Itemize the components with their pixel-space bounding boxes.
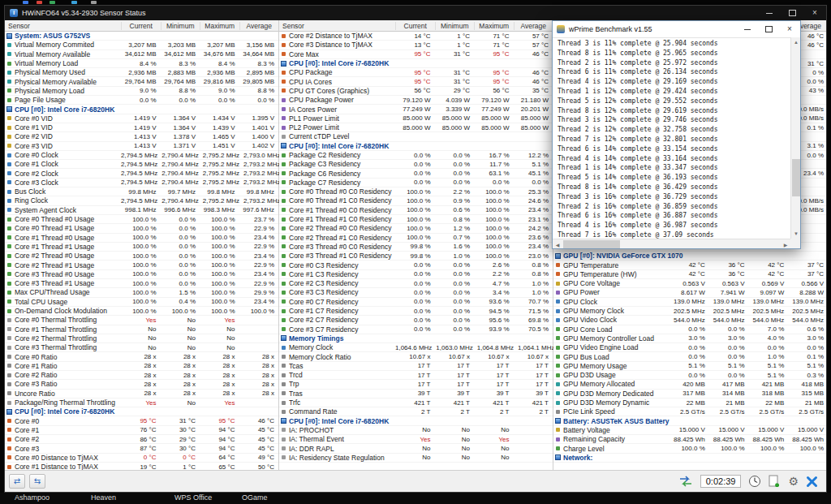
sensor-section-header[interactable]: CPU [#0]: Intel Core i7-6820HK [279,59,553,68]
sensor-row[interactable]: Core #0 Thread #1 Usage100.0 %0.0 %100.0… [5,224,278,233]
sensor-row[interactable]: Core #3 Clock2,794.5 MHz2,790.4 MHz2,795… [5,179,278,187]
taskbar-item[interactable]: WPS Office [174,493,212,502]
sensor-row[interactable]: Core #2 Thread #0 Usage100.0 %0.0 %100.0… [5,252,278,261]
sensor-row[interactable]: GPU Clock139.0 MHz139.0 MHz139.0 MHz139.… [553,298,826,307]
sensor-row[interactable]: Core #176 °C30 °C94 °C45 °C [5,426,278,435]
scroll-right-button[interactable]: ⇆ [29,474,45,489]
sensor-row[interactable]: Core #3 VID1.413 V1.371 V1.451 V1.402 V [5,142,278,151]
add-log-button[interactable] [769,475,781,488]
sensor-row[interactable]: Trcd17 T17 T17 T17 T [279,371,553,380]
sensor-row[interactable]: Core #0 C3 Residency0.0 %0.0 %2.6 %0.8 % [279,261,553,269]
sensor-row[interactable]: On-Demand Clock Modulation100.0 %100.0 %… [5,307,278,316]
sensor-row[interactable]: Remaining Capacity88.425 Wh88.425 Wh88.4… [553,435,826,444]
taskbar-item[interactable]: Ashampoo [15,493,50,502]
sensor-row[interactable]: Core #1 C3 Residency0.0 %0.0 %2.2 %0.8 % [279,270,553,279]
sensor-row[interactable]: System Agent Clock998.1 MHz996.6 MHz998.… [5,206,278,215]
sensor-section-header[interactable]: CPU [#0]: Intel Core i7-6820HK [5,407,278,416]
sensor-row[interactable]: Virtual Memory Available34,612 MB34,612 … [5,50,278,59]
sensor-row[interactable]: Trp17 T17 T17 T17 T [279,380,553,389]
sensor-row[interactable]: Memory Clock Ratio10.67 x10.67 x10.67 x1… [279,352,553,361]
sensor-row[interactable]: IA: Thermal EventYesNoYes [279,435,553,444]
sensor-row[interactable]: IA Cores Power77.249 W3.339 W77.249 W20.… [279,105,553,114]
sensor-row[interactable]: Package C2 Residency0.0 %0.0 %16.7 %12.2… [279,151,553,160]
sensor-row[interactable]: Max CPU/Thread Usage100.0 %1.5 %100.0 %2… [5,288,278,297]
close-button[interactable]: × [803,6,826,20]
sensor-row[interactable]: Uncore Ratio28 x28 x28 x28 x [5,390,278,398]
sensor-row[interactable]: Core #1 Thread #1 Usage100.0 %0.0 %100.0… [5,243,278,252]
sensor-row[interactable]: Core #387 °C30 °C94 °C45 °C [5,444,278,453]
sensor-row[interactable]: Core #0 Thread #1 C0 Residency100.0 %0.9… [279,196,553,205]
sensor-row[interactable]: GPU Video Engine Load0.0 %0.0 %0.0 %0.0 … [553,343,826,352]
sensor-row[interactable]: Core #0 Ratio28 x28 x28 x28 x [5,352,278,361]
vertical-scroll-thumb[interactable] [792,159,800,196]
sensor-row[interactable]: GPU Bus Load0.0 %0.0 %1.0 %0.1 % [553,352,826,361]
sensor-row[interactable]: GPU Memory Clock202.5 MHz202.5 MHz202.5 … [553,307,826,316]
wprime-vertical-scrollbar[interactable]: ▲ ▼ [790,37,800,239]
sensor-row[interactable]: Command Rate2 T2 T2 T2 T [279,407,553,416]
scroll-up-arrow[interactable]: ▲ [791,37,801,47]
sensor-row[interactable]: Core #3 Distance to TjMAX13 °C1 °C71 °C5… [279,41,553,50]
sensor-row[interactable]: Core #1 Thermal ThrottlingNoNoNo [5,325,278,334]
sensor-row[interactable]: CPU GT Cores (Graphics)56 °C29 °C56 °C35… [279,87,553,96]
sensor-row[interactable]: Package C6 Residency0.0 %0.0 %63.1 %45.1… [279,169,553,178]
sensor-row[interactable]: PCIe Link Speed2.5 GT/s2.5 GT/s2.5 GT/s2… [553,407,826,416]
sensor-row[interactable]: Core #2 C7 Residency0.0 %0.0 %95.6 %69.8… [279,316,553,325]
sensor-row[interactable]: GPU Memory Controller Load3.0 %3.0 %4.0 … [553,334,826,343]
sensor-row[interactable]: Core #1 C7 Residency0.0 %0.0 %94.5 %71.5… [279,307,553,316]
sensor-row[interactable]: Core #3 Ratio28 x28 x28 x28 x [5,380,278,389]
maximize-button[interactable] [781,6,803,20]
sensor-section-header[interactable]: CPU [#0]: Intel Core i7-6820HK [279,142,553,151]
wprime-horizontal-scrollbar[interactable]: ◀ ▶ [553,239,790,248]
sensor-row[interactable]: PL2 Power Limit85.000 W85.000 W85.000 W8… [279,123,553,132]
taskbar-item[interactable]: Heaven [91,493,116,502]
horizontal-scroll-thumb[interactable] [563,240,620,248]
sensor-section-header[interactable]: CPU [#0]: Intel Core i7-6820HK [279,416,553,425]
sensor-row[interactable]: Core #3 Thread #0 Usage100.0 %0.0 %100.0… [5,270,278,279]
sensor-row[interactable]: IA: DDR RAPLNoNoNo [279,444,553,453]
sensor-row[interactable]: Package/Ring Thermal ThrottlingYesNoYes [5,398,278,407]
sensor-row[interactable]: Core #0 VID1.419 V1.364 V1.434 V1.395 V [5,114,278,123]
sensor-row[interactable]: GPU Video Clock544.0 MHz544.0 MHz544.0 M… [553,316,826,325]
sensor-row[interactable]: IA: Residency State RegulationNoNoNo [279,454,553,463]
sensor-row[interactable]: GPU Temperature42 °C36 °C42 °C37 °C [553,261,826,269]
scroll-left-button[interactable]: ⇄ [9,474,25,489]
sensor-row[interactable]: IA: PROCHOTNoNoNo [279,426,553,435]
sensor-row[interactable]: Core #2 Thread #1 C0 Residency100.0 %0.7… [279,234,553,243]
sensor-row[interactable]: CPU Package Power79.120 W4.039 W79.120 W… [279,96,553,105]
minimize-button[interactable] [758,6,781,20]
sensor-row[interactable]: PL1 Power Limit85.000 W85.000 W85.000 W8… [279,114,553,123]
sensor-section-header[interactable]: CPU [#0]: Intel Core i7-6820HK [5,105,278,114]
sensor-row[interactable]: Core #1 Ratio28 x28 x28 x28 x [5,362,278,371]
wprime-minimize-button[interactable] [737,21,758,37]
sensor-row[interactable]: Core #2 VID1.413 V1.378 V1.465 V1.400 V [5,132,278,141]
sensor-row[interactable]: Physical Memory Used2,936 MB2,883 MB2,93… [5,68,278,77]
sensor-row[interactable]: Core #0 C7 Residency0.0 %0.0 %93.6 %70.7… [279,298,553,307]
sensor-row[interactable]: Ring Clock2,794.5 MHz2,790.4 MHz2,795.2 … [5,196,278,205]
sensor-row[interactable]: GPU D3D Usage0.0 %0.0 %5.1 %0.3 % [553,371,826,380]
sensor-row[interactable]: Core #1 Thread #1 C0 Residency100.0 %0.8… [279,215,553,224]
sensor-row[interactable]: GPU Memory Allocated420 MB417 MB421 MB41… [553,380,826,389]
scroll-left-arrow[interactable]: ◀ [553,239,562,249]
sensor-row[interactable]: Current cTDP Level [279,132,553,141]
sensor-row[interactable]: GPU Power8.617 W7.941 W9.097 W8.288 W [553,288,826,297]
sensor-row[interactable]: Core #2 Thread #1 Usage100.0 %0.0 %100.0… [5,261,278,269]
sensor-section-header[interactable]: System: ASUS G752VS [5,32,278,41]
sensor-row[interactable]: Trfc421 T421 T421 T421 T [279,398,553,407]
sensor-row[interactable]: Core #3 Thread #1 Usage100.0 %0.0 %100.0… [5,279,278,288]
wprime-maximize-button[interactable] [758,21,779,37]
sensor-section-header[interactable]: Battery: ASUSTeK ASUS Battery [553,416,826,425]
wprime-close-button[interactable]: × [779,21,800,37]
sensor-row[interactable]: Core #1 Thread #0 C0 Residency100.0 %0.6… [279,206,553,215]
clock-button[interactable] [748,475,761,488]
sensor-row[interactable]: Memory Clock1,064.6 MHz1,063.0 MHz1,064.… [279,343,553,352]
taskbar-item[interactable]: OGame [242,493,268,502]
sensor-section-header[interactable]: Memory Timings [279,334,553,343]
sensor-row[interactable]: Core #0 Thermal ThrottlingYesNoYes [5,316,278,325]
sensor-row[interactable]: Physical Memory Available29,764 MB29,764… [5,77,278,86]
sensor-row[interactable]: Core #2 Thread #0 C0 Residency100.0 %1.2… [279,224,553,233]
sensor-row[interactable]: CPU IA Cores95 °C31 °C95 °C46 °C [279,77,553,86]
sensor-row[interactable]: Core #1 VID1.419 V1.364 V1.439 V1.401 V [5,123,278,132]
sensor-row[interactable]: GPU Memory Usage5.1 %5.1 %5.1 %5.1 % [553,362,826,371]
sensor-row[interactable]: Virtual Memory Commited3,207 MB3,203 MB3… [5,41,278,50]
sensor-row[interactable]: Core #1 Clock2,794.5 MHz2,790.4 MHz2,795… [5,160,278,169]
